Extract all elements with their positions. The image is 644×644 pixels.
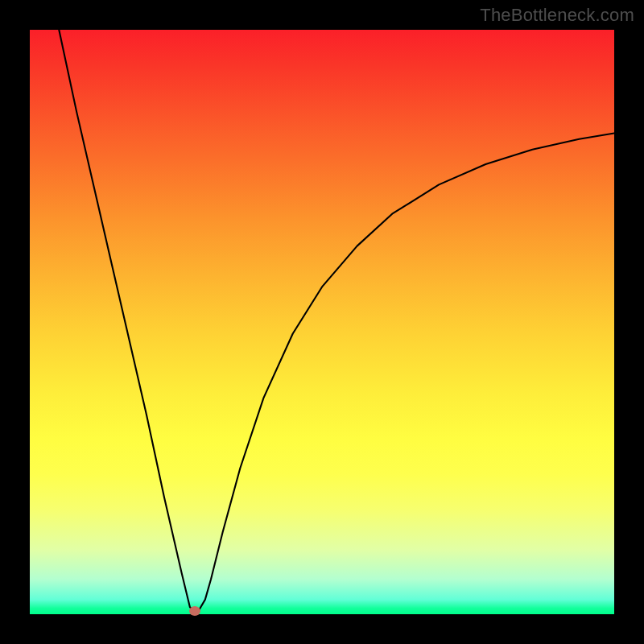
watermark-text: TheBottleneck.com — [480, 5, 634, 26]
minimum-marker-dot — [189, 606, 200, 616]
chart-container: TheBottleneck.com — [0, 0, 644, 644]
chart-curve — [30, 30, 614, 614]
plot-area — [30, 30, 614, 614]
